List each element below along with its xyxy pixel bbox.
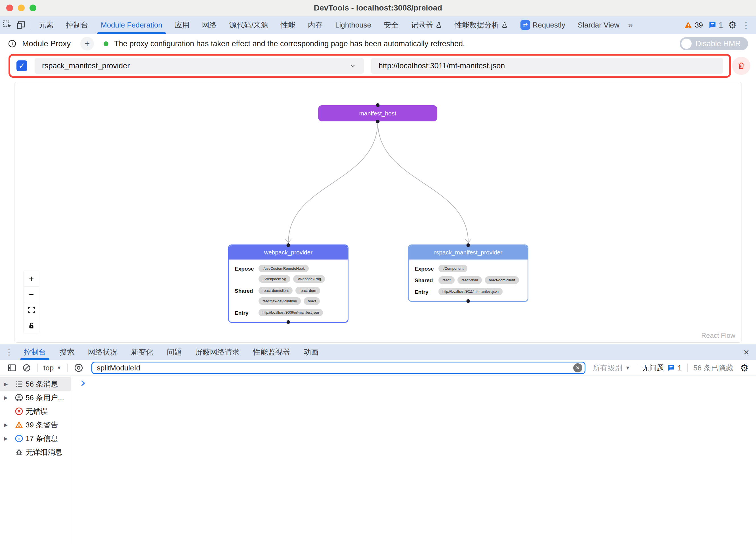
minimize-window-button[interactable] xyxy=(18,5,25,11)
drawer-tab-changes[interactable]: 新变化 xyxy=(124,344,160,360)
info-icon xyxy=(8,39,16,48)
tab-slardar-view[interactable]: Slardar View xyxy=(572,16,626,34)
sidebar-item-info[interactable]: ▶ 17 条信息 xyxy=(0,432,71,445)
zoom-out-button[interactable]: − xyxy=(24,287,39,302)
entry-label: Entry xyxy=(235,309,259,316)
node-handle[interactable] xyxy=(376,120,380,123)
module-federation-graph[interactable]: manifest_host webpack_provider Expose ./… xyxy=(14,82,742,343)
clear-filter-button[interactable] xyxy=(573,363,582,372)
tab-performance[interactable]: 性能 xyxy=(274,16,302,34)
sidebar-item-errors[interactable]: 无错误 xyxy=(0,404,71,418)
device-toolbar-icon[interactable] xyxy=(16,20,26,30)
toolbar-separator xyxy=(31,20,31,30)
devtools-tabbar: 元素 控制台 Module Federation 应用 网络 源代码/来源 性能… xyxy=(0,16,756,34)
entry-label: Entry xyxy=(415,288,438,295)
drawer-tab-network-conditions[interactable]: 网络状况 xyxy=(81,344,124,360)
javascript-context-select[interactable]: top ▼ xyxy=(43,364,62,372)
more-tabs-button[interactable]: » xyxy=(626,16,635,34)
node-handle[interactable] xyxy=(287,244,290,247)
proxy-rule-row: rspack_manifest_provider xyxy=(0,53,756,80)
node-rspack-manifest-provider[interactable]: rspack_manifest_provider Expose ./Compon… xyxy=(408,245,528,302)
console-filter-input[interactable] xyxy=(97,364,573,372)
drawer-tab-search[interactable]: 搜索 xyxy=(53,344,81,360)
settings-gear-icon[interactable]: ⚙ xyxy=(728,19,737,31)
tab-security[interactable]: 安全 xyxy=(377,16,405,34)
manifest-url-input[interactable] xyxy=(371,58,723,74)
expander-icon[interactable]: ▶ xyxy=(4,381,12,387)
disable-hmr-toggle[interactable]: Disable HMR xyxy=(680,37,748,50)
shared-tag: react-dom/client xyxy=(485,276,519,284)
warning-icon xyxy=(12,421,26,429)
drawer-tab-animations[interactable]: 动画 xyxy=(297,344,325,360)
drawer-kebab-menu-icon[interactable]: ⋮ xyxy=(0,344,17,360)
tab-recorder[interactable]: 记录器 xyxy=(405,16,448,34)
tab-elements[interactable]: 元素 xyxy=(33,16,60,34)
toggle-knob xyxy=(681,39,692,49)
hidden-messages-count: 56 条已隐藏 xyxy=(693,363,733,373)
console-sidebar-toggle-icon[interactable] xyxy=(7,363,16,372)
log-levels-select[interactable]: 所有级别 ▼ xyxy=(593,363,630,373)
tab-lighthouse[interactable]: Lighthouse xyxy=(329,16,377,34)
sidebar-item-warnings[interactable]: ▶ 39 条警告 xyxy=(0,418,71,432)
sidebar-item-all-messages[interactable]: ▶ 56 条消息 xyxy=(0,377,71,391)
console-body: ▶ 56 条消息 ▶ 56 条用户... xyxy=(0,376,756,544)
node-handle[interactable] xyxy=(467,244,470,247)
delete-rule-button[interactable] xyxy=(732,57,750,75)
drawer-tab-network-request-blocking[interactable]: 屏蔽网络请求 xyxy=(188,344,246,360)
proxy-status-dot xyxy=(104,41,108,46)
drawer-tab-console[interactable]: 控制台 xyxy=(17,344,53,360)
zoom-in-button[interactable]: + xyxy=(24,271,39,287)
tab-performance-insights[interactable]: 性能数据分析 xyxy=(448,16,514,34)
tab-network[interactable]: 网络 xyxy=(196,16,223,34)
node-handle[interactable] xyxy=(467,299,470,303)
chevron-down-icon xyxy=(349,62,356,70)
expose-tag: ./WebpackPng xyxy=(293,275,325,283)
toolbar-separator xyxy=(687,364,688,372)
console-settings-gear-icon[interactable]: ⚙ xyxy=(740,362,749,373)
maximize-window-button[interactable] xyxy=(30,5,36,11)
rule-enabled-checkbox[interactable] xyxy=(16,60,27,71)
sidebar-item-verbose[interactable]: 无详细消息 xyxy=(0,445,71,459)
close-window-button[interactable] xyxy=(6,5,13,11)
inspect-element-icon[interactable] xyxy=(3,20,12,30)
issues-badge[interactable]: 1 xyxy=(708,21,723,30)
fit-view-button[interactable] xyxy=(24,302,39,318)
expander-icon[interactable]: ▶ xyxy=(4,436,12,442)
console-messages-area[interactable] xyxy=(71,376,756,544)
provider-select[interactable]: rspack_manifest_provider xyxy=(35,58,364,74)
tab-sources[interactable]: 源代码/来源 xyxy=(223,16,274,34)
issues-message-icon xyxy=(667,364,675,372)
issues-counter[interactable]: 无问题 1 xyxy=(642,363,682,373)
clear-console-icon[interactable] xyxy=(22,363,31,372)
sidebar-item-user-messages[interactable]: ▶ 56 条用户... xyxy=(0,391,71,404)
node-manifest-host[interactable]: manifest_host xyxy=(318,105,437,121)
drawer-tab-performance-monitor[interactable]: 性能监视器 xyxy=(246,344,297,360)
graph-zoom-controls: + − xyxy=(24,271,39,333)
expose-tag: ./useCustomRemoteHook xyxy=(259,265,309,272)
tab-requestly[interactable]: ⇄ Requestly xyxy=(514,16,572,34)
kebab-menu-icon[interactable]: ⋮ xyxy=(742,20,750,30)
expander-icon[interactable]: ▶ xyxy=(4,395,12,401)
tab-console[interactable]: 控制台 xyxy=(60,16,95,34)
close-drawer-icon[interactable]: × xyxy=(737,344,756,360)
shared-tag: react xyxy=(438,276,455,284)
flask-icon xyxy=(435,22,442,28)
shared-tag: react xyxy=(304,297,320,305)
requestly-icon: ⇄ xyxy=(520,20,530,30)
module-proxy-header: Module Proxy + The proxy configuration h… xyxy=(0,34,756,53)
node-webpack-provider[interactable]: webpack_provider Expose ./useCustomRemot… xyxy=(228,245,348,323)
node-handle[interactable] xyxy=(287,320,290,324)
tab-application[interactable]: 应用 xyxy=(169,16,196,34)
live-expression-eye-icon[interactable] xyxy=(74,363,83,373)
tab-memory[interactable]: 内存 xyxy=(302,16,329,34)
react-flow-attribution: React Flow xyxy=(701,331,735,339)
node-handle[interactable] xyxy=(376,103,380,107)
caret-down-icon: ▼ xyxy=(56,365,62,371)
expose-tag: ./Component xyxy=(438,265,467,272)
warnings-badge[interactable]: 39 xyxy=(684,21,703,30)
lock-button[interactable] xyxy=(24,318,39,333)
add-proxy-rule-button[interactable]: + xyxy=(80,37,94,51)
drawer-tab-issues[interactable]: 问题 xyxy=(160,344,188,360)
expander-icon[interactable]: ▶ xyxy=(4,422,12,428)
tab-module-federation[interactable]: Module Federation xyxy=(95,16,169,34)
